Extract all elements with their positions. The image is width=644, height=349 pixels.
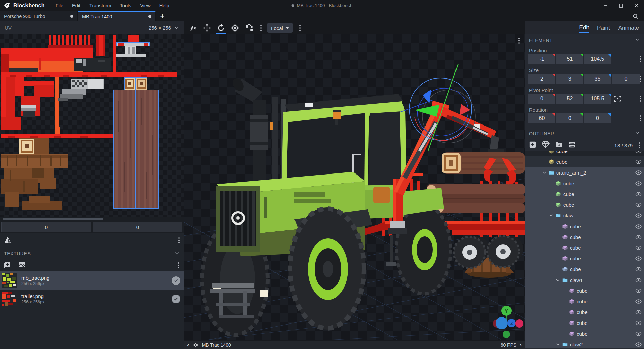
size-x-input[interactable]: 2 (528, 74, 555, 84)
visibility-eye-icon[interactable] (633, 223, 644, 229)
tab-paint[interactable]: Paint (597, 23, 610, 33)
tractor-model[interactable] (201, 77, 451, 336)
menu-edit[interactable]: Edit (68, 2, 84, 10)
texture-enabled-check-icon[interactable] (172, 276, 180, 285)
add-cube-icon[interactable] (529, 141, 536, 150)
outliner-row[interactable]: claw2 (525, 339, 644, 348)
chevron-down-icon[interactable] (548, 191, 554, 197)
outliner-row[interactable]: cube (525, 178, 644, 189)
chevron-down-icon[interactable] (554, 277, 561, 283)
visibility-eye-icon[interactable] (633, 331, 644, 337)
toolbar-menu-icon[interactable] (260, 25, 262, 26)
uv-mirror-icon[interactable] (4, 236, 11, 245)
transform-space-dropdown[interactable]: Local (267, 23, 293, 33)
outliner-row[interactable]: cube (525, 232, 644, 242)
close-icon[interactable] (629, 0, 644, 11)
toggle-panels-icon[interactable] (568, 141, 576, 149)
uv-offset-x-input[interactable]: 0 (1, 222, 91, 232)
visibility-eye-icon[interactable] (633, 191, 644, 197)
vertex-snap-tool-icon[interactable] (186, 22, 199, 34)
chevron-down-icon[interactable] (541, 151, 548, 154)
chevron-down-icon[interactable] (554, 341, 561, 348)
unsaved-dot-icon[interactable] (148, 15, 151, 18)
minimize-icon[interactable] (598, 0, 613, 11)
uv-panel-menu-icon[interactable] (178, 237, 180, 239)
outliner-row[interactable]: cube (525, 242, 644, 253)
chevron-down-icon[interactable] (554, 266, 561, 272)
visibility-eye-icon[interactable] (633, 213, 644, 218)
texture-item-trailer[interactable]: trailer.png 256 x 256px (0, 290, 184, 308)
visibility-eye-icon[interactable] (633, 170, 644, 176)
move-tool-icon[interactable] (201, 22, 213, 34)
menu-help[interactable]: Help (156, 2, 173, 10)
rotation-y-input[interactable]: 0 (556, 113, 583, 123)
resize-rotate-tool-icon[interactable] (243, 22, 256, 34)
rotation-menu-icon[interactable] (640, 115, 641, 117)
outliner-row[interactable]: cube (525, 264, 644, 275)
element-panel-header[interactable]: ELEMENT (525, 34, 644, 46)
outliner-row[interactable]: claw1 (525, 275, 644, 285)
position-x-input[interactable]: -1 (528, 54, 555, 64)
pivot-menu-icon[interactable] (640, 96, 641, 97)
center-pivot-icon[interactable] (612, 94, 623, 104)
visibility-eye-icon[interactable] (633, 256, 644, 261)
prev-model-icon[interactable]: ‹ (187, 342, 189, 348)
visibility-eye-icon[interactable] (633, 234, 644, 240)
outliner-row[interactable]: cube (525, 253, 644, 264)
rotation-x-input[interactable]: 60 (528, 113, 555, 123)
visibility-eye-icon[interactable] (633, 266, 644, 272)
visibility-eye-icon[interactable] (633, 288, 644, 294)
chevron-down-icon[interactable] (554, 234, 561, 240)
maximize-icon[interactable] (613, 0, 629, 11)
visibility-eye-icon[interactable] (633, 277, 644, 283)
outliner-panel-header[interactable]: OUTLINER (525, 128, 644, 140)
outliner-row[interactable]: claw (525, 210, 644, 221)
next-model-icon[interactable]: › (520, 342, 522, 348)
outliner-row[interactable]: crane_arm_2 (525, 167, 644, 178)
tab-animate[interactable]: Animate (618, 23, 639, 33)
size-inflate-input[interactable]: 0 (612, 74, 640, 84)
outliner-row[interactable]: cube (525, 156, 644, 167)
textures-menu-icon[interactable] (178, 262, 179, 264)
rotation-z-input[interactable]: 0 (584, 113, 611, 123)
axis-navigation-gizmo[interactable]: X Y Z (493, 306, 523, 338)
outliner-row[interactable]: cube (525, 285, 644, 296)
pivot-x-input[interactable]: 0 (528, 94, 555, 104)
visibility-eye-icon[interactable] (633, 181, 644, 186)
uv-resolution-dropdown[interactable]: 256 × 256 (149, 25, 179, 31)
position-y-input[interactable]: 51 (556, 54, 583, 64)
chevron-down-icon[interactable] (561, 298, 568, 305)
outliner-row[interactable]: cube (525, 221, 644, 232)
outliner-row[interactable]: cube (525, 189, 644, 199)
uv-offset-y-input[interactable]: 0 (93, 222, 182, 232)
chevron-down-icon[interactable] (554, 223, 561, 230)
visibility-eye-icon[interactable] (633, 151, 644, 154)
visibility-eye-icon[interactable] (633, 309, 644, 315)
chevron-down-icon[interactable] (548, 180, 554, 187)
tab-mb-trac-1400[interactable]: MB Trac 1400 (78, 11, 156, 21)
chevron-down-icon[interactable] (561, 330, 568, 337)
menu-transform[interactable]: Transform (86, 2, 115, 10)
texture-item-mb-trac[interactable]: mb_trac.png 256 x 256px (0, 271, 184, 290)
outliner-row[interactable]: cube (525, 151, 644, 156)
chevron-down-icon[interactable] (561, 287, 568, 294)
viewport-3d[interactable]: X Y Z (184, 34, 525, 340)
visibility-eye-icon[interactable] (633, 159, 644, 165)
tab-porsche-930-turbo[interactable]: Porsche 930 Turbo (0, 11, 78, 21)
tab-edit[interactable]: Edit (579, 23, 589, 33)
rotate-tool-icon[interactable] (215, 22, 227, 34)
outliner-row[interactable]: cube (525, 307, 644, 317)
texture-enabled-check-icon[interactable] (172, 295, 180, 303)
search-icon[interactable] (631, 12, 640, 21)
pivot-y-input[interactable]: 52 (556, 94, 583, 104)
chevron-down-icon[interactable] (174, 250, 180, 257)
position-z-input[interactable]: 104.5 (584, 54, 611, 64)
chevron-down-icon[interactable] (561, 319, 568, 326)
visibility-eye-icon[interactable] (633, 299, 644, 304)
visibility-eye-icon[interactable] (633, 320, 644, 326)
add-group-icon[interactable] (555, 141, 563, 150)
add-mesh-icon[interactable] (542, 141, 550, 150)
import-texture-icon[interactable] (3, 261, 11, 270)
outliner-row[interactable]: cube (525, 199, 644, 210)
visibility-eye-icon[interactable] (633, 342, 644, 347)
